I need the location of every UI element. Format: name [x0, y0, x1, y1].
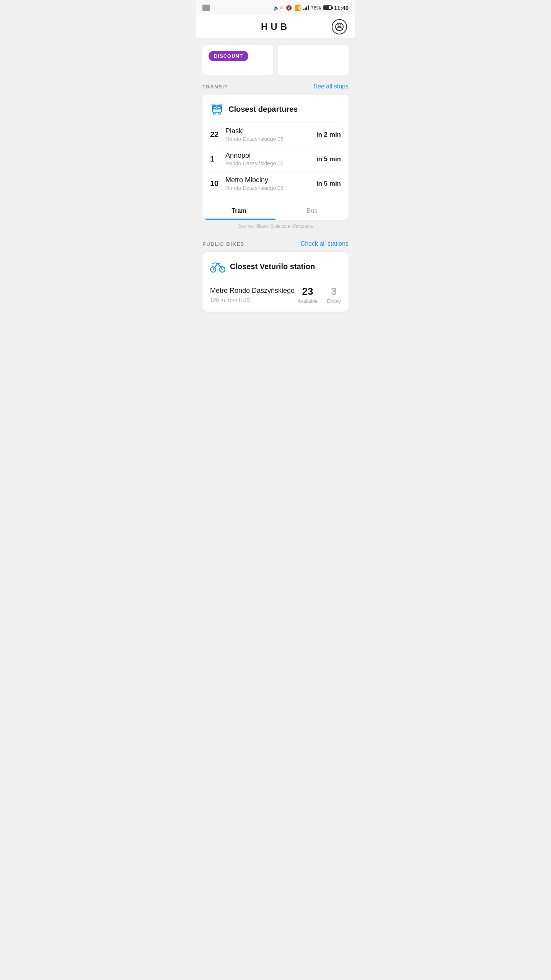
promo-card-1[interactable]: DISCOUNT [202, 45, 273, 75]
public-bikes-title: PUBLIC BIKES [202, 241, 245, 247]
promo-card-2[interactable] [278, 45, 349, 75]
available-count: 23 [298, 286, 318, 297]
station-stats: 23 Available 3 Empty [298, 286, 341, 304]
transit-section-header: TRANSIT See all stops [196, 75, 355, 95]
empty-count: 3 [327, 286, 341, 297]
signal-icon [303, 5, 309, 10]
svg-point-0 [338, 24, 341, 27]
empty-stat: 3 Empty [327, 286, 341, 304]
station-distance: 120 m from HUB [210, 297, 298, 303]
bluetooth-muted-icon: 🔈✕ [273, 5, 284, 11]
see-all-stops-link[interactable]: See all stops [313, 83, 349, 90]
sound-muted-icon: 🔇 [286, 5, 292, 11]
available-label: Available [298, 298, 318, 304]
table-row: 1 Annopol Rondo Daszyńskiego 06 in 5 min [210, 147, 341, 171]
status-time: 11:40 [334, 5, 349, 11]
transit-card: Closest departures 22 Piaski Rondo Daszy… [202, 95, 349, 220]
public-bikes-header: PUBLIC BIKES Check all stations [196, 233, 355, 252]
departure-time: in 5 min [316, 155, 341, 163]
status-bar: 🔈✕ 🔇 📶 76% 11:40 [196, 0, 355, 15]
public-bikes-section: PUBLIC BIKES Check all stations Closest … [196, 233, 355, 312]
transit-section-title: TRANSIT [202, 84, 228, 90]
promo-section: DISCOUNT [196, 39, 355, 75]
bike-card-title: Closest Veturilo station [230, 262, 315, 271]
wifi-icon: 📶 [294, 5, 301, 11]
battery-icon [323, 5, 332, 10]
svg-rect-3 [214, 106, 216, 109]
available-stat: 23 Available [298, 286, 318, 304]
app-title: HUB [261, 21, 290, 32]
table-row: 10 Metro Młociny Rondo Daszyńskiego 08 i… [210, 171, 341, 196]
departure-destination: Metro Młociny [225, 176, 316, 184]
status-left [202, 5, 210, 11]
check-all-stations-link[interactable]: Check all stations [301, 240, 349, 247]
departure-list: 22 Piaski Rondo Daszyńskiego 06 in 2 min… [202, 122, 349, 196]
tab-tram[interactable]: Tram [202, 202, 276, 220]
app-header: HUB [196, 15, 355, 39]
bike-card: Closest Veturilo station Metro Rondo Das… [202, 252, 349, 312]
transit-card-header: Closest departures [202, 95, 349, 122]
departure-number: 10 [210, 179, 225, 188]
departure-number: 1 [210, 155, 225, 163]
station-name: Metro Rondo Daszyńskiego [210, 286, 298, 295]
tram-icon [210, 102, 224, 116]
bike-card-header: Closest Veturilo station [202, 252, 349, 279]
tab-bus[interactable]: Bus [276, 202, 349, 220]
transit-card-title: Closest departures [228, 105, 298, 114]
svg-point-6 [214, 113, 215, 114]
status-right: 🔈✕ 🔇 📶 76% 11:40 [273, 5, 349, 11]
source-text: Source: Miasto Stołeczne Warszawa [196, 220, 355, 233]
transit-tabs: Tram Bus [202, 202, 349, 220]
image-icon [202, 5, 210, 11]
departure-destination: Piaski [225, 127, 316, 135]
departure-stop: Rondo Daszyńskiego 08 [225, 185, 316, 191]
departure-info: Metro Młociny Rondo Daszyńskiego 08 [225, 176, 316, 191]
empty-label: Empty [327, 298, 341, 304]
departure-time: in 5 min [316, 180, 341, 188]
departure-stop: Rondo Daszyńskiego 06 [225, 136, 316, 142]
svg-point-7 [219, 113, 221, 114]
station-name-block: Metro Rondo Daszyńskiego 120 m from HUB [210, 286, 298, 303]
table-row: 22 Piaski Rondo Daszyńskiego 06 in 2 min [210, 122, 341, 147]
departure-stop: Rondo Daszyńskiego 06 [225, 160, 316, 167]
departure-time: in 2 min [316, 131, 341, 139]
svg-rect-4 [218, 106, 220, 109]
departure-info: Annopol Rondo Daszyńskiego 06 [225, 152, 316, 167]
station-info: Metro Rondo Daszyńskiego 120 m from HUB … [202, 279, 349, 312]
discount-badge: DISCOUNT [209, 51, 248, 61]
departure-number: 22 [210, 130, 225, 139]
departure-info: Piaski Rondo Daszyńskiego 06 [225, 127, 316, 142]
battery-percentage: 76% [311, 5, 321, 11]
profile-button[interactable] [332, 19, 347, 34]
departure-destination: Annopol [225, 152, 316, 160]
bike-icon [210, 260, 225, 273]
